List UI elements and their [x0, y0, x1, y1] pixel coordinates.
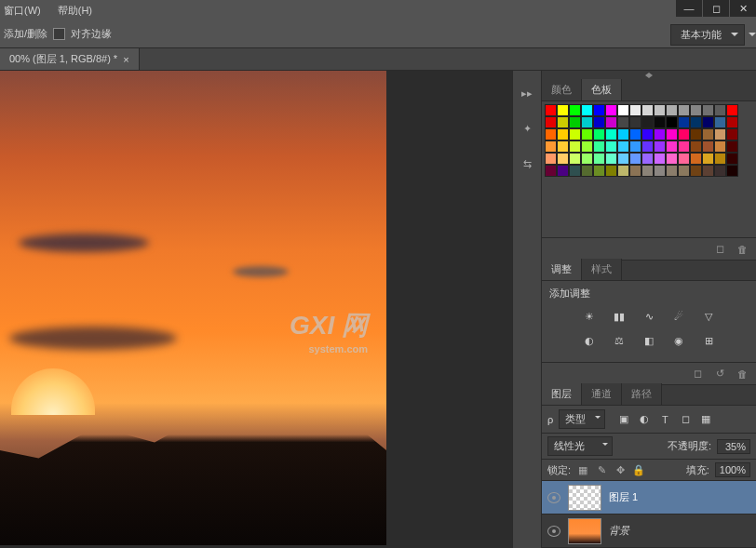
swatch[interactable]: [617, 116, 629, 128]
swatch[interactable]: [605, 165, 617, 177]
swatch[interactable]: [605, 104, 617, 116]
history-icon[interactable]: ▸▸: [518, 84, 536, 102]
swatch[interactable]: [702, 128, 714, 140]
swatch[interactable]: [654, 128, 666, 140]
layer-name[interactable]: 图层 1: [609, 490, 638, 504]
swatch[interactable]: [569, 116, 581, 128]
tab-close-icon[interactable]: ×: [123, 54, 128, 65]
tab-styles[interactable]: 样式: [582, 259, 622, 280]
swatch[interactable]: [690, 165, 702, 177]
align-edges-checkbox[interactable]: [53, 28, 65, 40]
swatch[interactable]: [569, 165, 581, 177]
swatch[interactable]: [629, 116, 641, 128]
filter-smart-icon[interactable]: ▦: [698, 412, 713, 427]
swatch[interactable]: [557, 153, 569, 165]
swatch[interactable]: [557, 116, 569, 128]
swatch[interactable]: [593, 153, 605, 165]
swatch[interactable]: [557, 140, 569, 153]
swatch[interactable]: [545, 140, 557, 153]
visibility-eye-icon[interactable]: [547, 492, 560, 503]
swatch[interactable]: [714, 116, 726, 128]
swatch[interactable]: [605, 153, 617, 165]
swatch[interactable]: [545, 165, 557, 177]
tab-swatches[interactable]: 色板: [582, 79, 622, 100]
opacity-input[interactable]: 35%: [717, 439, 750, 454]
swatch[interactable]: [629, 104, 641, 116]
swatch[interactable]: [678, 153, 690, 165]
swatch[interactable]: [702, 116, 714, 128]
close-button[interactable]: ✕: [730, 0, 756, 17]
swatch[interactable]: [641, 104, 654, 116]
swatch[interactable]: [581, 116, 593, 128]
swatch[interactable]: [605, 128, 617, 140]
swatch[interactable]: [690, 116, 702, 128]
swatch[interactable]: [545, 153, 557, 165]
swatch[interactable]: [641, 140, 654, 153]
swatch[interactable]: [593, 140, 605, 153]
swatch[interactable]: [617, 140, 629, 153]
swatch[interactable]: [617, 104, 629, 116]
workspace-dropdown[interactable]: 基本功能: [670, 24, 745, 46]
curves-icon[interactable]: ∿: [640, 308, 658, 325]
swatch[interactable]: [678, 104, 690, 116]
hue-sat-icon[interactable]: ◐: [580, 332, 599, 349]
layer-thumbnail[interactable]: [568, 518, 601, 544]
tab-paths[interactable]: 路径: [622, 383, 662, 405]
swatch[interactable]: [581, 104, 593, 116]
swatch[interactable]: [593, 116, 605, 128]
properties-icon[interactable]: ⇆: [518, 154, 536, 173]
fill-input[interactable]: 100%: [715, 462, 750, 477]
swatch[interactable]: [714, 104, 726, 116]
swatch[interactable]: [593, 128, 605, 140]
swatch[interactable]: [629, 140, 641, 153]
delete-swatch-icon[interactable]: 🗑: [736, 243, 749, 256]
tab-adjustments[interactable]: 调整: [542, 259, 582, 280]
lock-position-icon[interactable]: ✥: [614, 463, 627, 476]
swatch[interactable]: [714, 165, 726, 177]
swatch[interactable]: [641, 153, 654, 165]
swatch[interactable]: [557, 128, 569, 140]
swatch[interactable]: [617, 165, 629, 177]
swatch[interactable]: [678, 128, 690, 140]
maximize-button[interactable]: ◻: [703, 0, 729, 17]
swatch[interactable]: [702, 140, 714, 153]
swatch[interactable]: [654, 165, 666, 177]
swatch[interactable]: [714, 128, 726, 140]
swatch[interactable]: [726, 104, 738, 116]
swatch[interactable]: [726, 140, 738, 153]
swatch[interactable]: [605, 116, 617, 128]
swatch[interactable]: [666, 128, 678, 140]
lock-transparent-icon[interactable]: ▦: [576, 463, 589, 476]
swatch[interactable]: [690, 128, 702, 140]
layer-kind-dropdown[interactable]: 类型: [559, 409, 605, 429]
swatch[interactable]: [545, 104, 557, 116]
layer-row[interactable]: 背景: [542, 515, 756, 548]
swatch[interactable]: [617, 153, 629, 165]
swatch[interactable]: [593, 165, 605, 177]
swatch[interactable]: [545, 128, 557, 140]
color-balance-icon[interactable]: ⚖: [610, 332, 628, 349]
swatch[interactable]: [702, 153, 714, 165]
swatch[interactable]: [654, 116, 666, 128]
menu-window[interactable]: 窗口(W): [4, 4, 41, 18]
layer-name[interactable]: 背景: [609, 524, 629, 538]
document-tab[interactable]: 00% (图层 1, RGB/8#) * ×: [0, 48, 140, 70]
swatch[interactable]: [605, 140, 617, 153]
swatch[interactable]: [569, 140, 581, 153]
swatch[interactable]: [557, 165, 569, 177]
lock-all-icon[interactable]: 🔒: [632, 463, 645, 476]
swatch[interactable]: [654, 104, 666, 116]
filter-adjust-icon[interactable]: ◐: [637, 412, 652, 427]
swatch[interactable]: [581, 165, 593, 177]
swatch[interactable]: [641, 128, 654, 140]
swatch[interactable]: [690, 153, 702, 165]
swatch[interactable]: [629, 165, 641, 177]
exposure-icon[interactable]: ☄: [669, 308, 688, 325]
swatch[interactable]: [617, 128, 629, 140]
swatch[interactable]: [714, 153, 726, 165]
trash-adjust-icon[interactable]: 🗑: [736, 368, 749, 381]
swatch[interactable]: [666, 116, 678, 128]
swatch[interactable]: [569, 153, 581, 165]
swatch[interactable]: [557, 104, 569, 116]
channel-mixer-icon[interactable]: ⊞: [699, 332, 718, 349]
